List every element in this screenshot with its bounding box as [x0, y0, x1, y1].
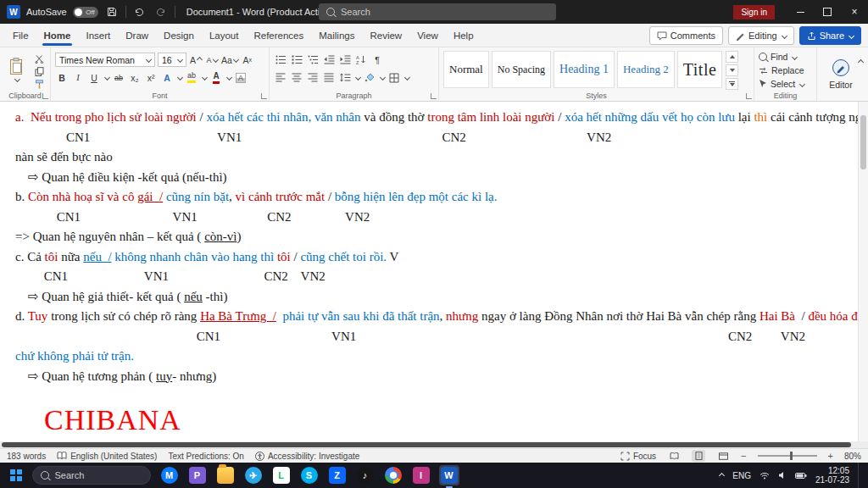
start-button[interactable] [8, 468, 24, 483]
tab-insert[interactable]: Insert [78, 24, 118, 47]
clear-formatting-button[interactable]: Ax [241, 53, 254, 67]
subscript-button[interactable]: x₂ [128, 71, 142, 85]
tab-home[interactable]: Home [36, 24, 79, 47]
maximize-button[interactable] [814, 0, 841, 24]
comments-button[interactable]: Comments [649, 26, 723, 45]
web-layout-button[interactable] [716, 450, 730, 462]
titlebar-search[interactable]: Search [319, 3, 556, 20]
accessibility-status[interactable]: Accessibility: Investigate [255, 452, 359, 461]
taskbar-app-messenger[interactable]: M [159, 465, 180, 485]
format-painter-button[interactable] [32, 80, 46, 90]
vertical-scrollbar[interactable] [858, 102, 868, 441]
change-case-button[interactable]: Aa [221, 53, 238, 67]
shading-button[interactable] [363, 71, 376, 85]
minimize-button[interactable] [787, 0, 814, 24]
font-size-select[interactable]: 16 [158, 53, 186, 67]
tray-expand-icon[interactable] [719, 472, 725, 478]
justify-button[interactable] [322, 71, 336, 85]
word-count[interactable]: 183 words [7, 452, 46, 461]
editing-mode-button[interactable]: Editing [728, 26, 794, 45]
ribbon-collapse-button[interactable] [857, 54, 863, 69]
taskbar-app-word[interactable]: W [439, 465, 459, 485]
bold-button[interactable]: B [55, 71, 69, 85]
print-layout-button[interactable] [692, 450, 705, 462]
highlight-color-button[interactable]: ab [185, 71, 198, 85]
font-name-select[interactable]: Times New Roman [55, 53, 155, 67]
style-heading-2[interactable]: Heading 2 [617, 51, 675, 88]
undo-button[interactable] [132, 3, 147, 20]
horizontal-scrollbar[interactable] [0, 441, 868, 448]
taskbar-app-file-explorer[interactable] [215, 465, 236, 485]
style-no-spacing[interactable]: No Spacing [492, 51, 551, 88]
copy-button[interactable] [32, 66, 46, 76]
taskbar-search[interactable]: Search [32, 466, 151, 485]
zoom-slider[interactable] [758, 455, 817, 457]
styles-more-button[interactable] [726, 78, 738, 90]
show-desktop-button[interactable] [858, 463, 861, 488]
show-paragraph-marks-button[interactable]: ¶ [370, 53, 384, 67]
shrink-font-button[interactable]: A [205, 53, 219, 67]
style-heading-1[interactable]: Heading 1 [554, 51, 615, 88]
clock[interactable]: 12:05 21-07-23 [815, 466, 849, 485]
battery-icon[interactable] [795, 472, 807, 480]
read-mode-button[interactable] [667, 450, 681, 462]
autosave-toggle[interactable]: Off [73, 7, 98, 18]
tab-file[interactable]: File [5, 24, 36, 47]
share-button[interactable]: Share [799, 26, 861, 45]
text-predictions-status[interactable]: Text Predictions: On [168, 452, 243, 461]
italic-button[interactable]: I [71, 71, 85, 85]
borders-button[interactable] [387, 71, 401, 85]
align-right-button[interactable] [306, 71, 320, 85]
taskbar-app-photos[interactable]: P [187, 465, 208, 485]
taskbar-app-skype[interactable]: S [299, 465, 320, 485]
language-status[interactable]: English (United States) [57, 452, 157, 461]
tab-review[interactable]: Review [362, 24, 409, 47]
taskbar-app-chrome[interactable] [383, 465, 403, 485]
close-button[interactable]: × [841, 0, 868, 24]
tab-references[interactable]: References [246, 24, 311, 47]
font-color-button[interactable]: A [209, 71, 223, 85]
bullet-list-button[interactable] [274, 53, 287, 67]
wifi-icon[interactable] [760, 472, 770, 480]
character-shading-button[interactable]: A [234, 71, 248, 85]
speaker-icon[interactable] [778, 471, 787, 480]
taskbar-app-line[interactable]: L [271, 465, 292, 485]
save-button[interactable] [104, 3, 120, 20]
grow-font-button[interactable]: A [189, 53, 203, 67]
find-button[interactable]: Find [759, 51, 812, 63]
document-area[interactable]: a. Nếu trong pho lịch sử loài người / xó… [0, 102, 868, 441]
tab-view[interactable]: View [409, 24, 446, 47]
taskbar-app-instagram[interactable]: I [411, 465, 431, 485]
multilevel-list-button[interactable] [306, 53, 320, 67]
text-effects-button[interactable]: A [160, 71, 174, 85]
tab-layout[interactable]: Layout [202, 24, 247, 47]
tab-design[interactable]: Design [156, 24, 202, 47]
taskbar-app-telegram[interactable]: ✈ [243, 465, 264, 485]
taskbar-app-tiktok[interactable]: ♪ [355, 465, 376, 485]
input-language[interactable]: ENG [732, 471, 751, 480]
focus-button[interactable]: Focus [620, 452, 656, 461]
dialog-launcher-icon[interactable] [261, 93, 267, 99]
zoom-level[interactable]: 80% [844, 452, 861, 461]
cut-button[interactable] [32, 53, 46, 64]
zoom-in-button[interactable]: + [828, 451, 833, 461]
document-page[interactable]: a. Nếu trong pho lịch sử loài người / xó… [0, 102, 868, 437]
style-title[interactable]: Title [677, 51, 723, 88]
tab-help[interactable]: Help [446, 24, 481, 47]
taskbar-app-zalo[interactable]: Z [327, 465, 348, 485]
increase-indent-button[interactable] [338, 53, 352, 67]
underline-button[interactable]: U [87, 71, 101, 85]
vscroll-thumb[interactable] [860, 115, 866, 169]
numbered-list-button[interactable] [290, 53, 303, 67]
sort-button[interactable]: AZ [354, 53, 368, 67]
tab-draw[interactable]: Draw [118, 24, 156, 47]
styles-scroll-up-button[interactable] [726, 51, 738, 63]
styles-scroll-down-button[interactable] [726, 64, 738, 76]
line-spacing-button[interactable] [338, 71, 352, 85]
align-left-button[interactable] [274, 71, 287, 85]
redo-button[interactable] [153, 3, 169, 20]
hscroll-thumb[interactable] [2, 442, 851, 447]
strikethrough-button[interactable]: ab [112, 71, 125, 85]
select-button[interactable]: Select [759, 78, 812, 90]
dialog-launcher-icon[interactable] [746, 93, 752, 99]
